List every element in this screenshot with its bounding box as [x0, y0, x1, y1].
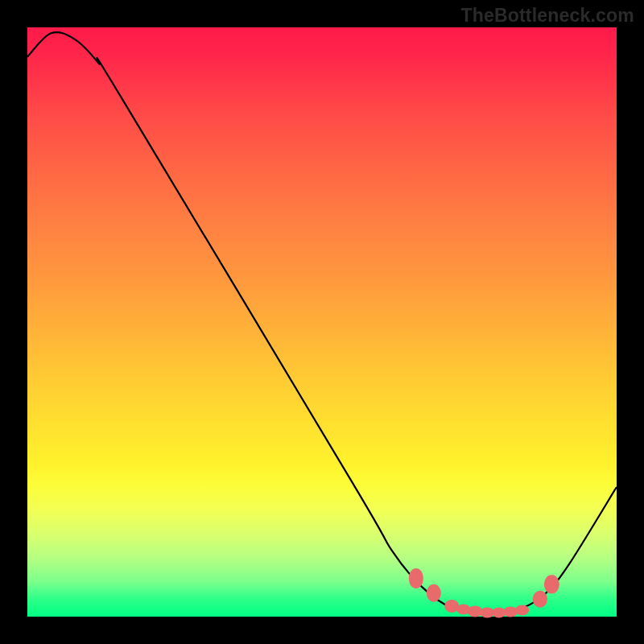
chart-plot-area	[27, 27, 617, 617]
data-dot	[515, 605, 530, 615]
watermark-text: TheBottleneck.com	[460, 5, 634, 27]
data-dot	[544, 575, 559, 593]
data-dot	[409, 568, 423, 588]
data-dot	[533, 591, 547, 607]
bottleneck-curve	[27, 32, 617, 613]
chart-curve	[27, 27, 617, 617]
data-dot	[427, 584, 441, 602]
